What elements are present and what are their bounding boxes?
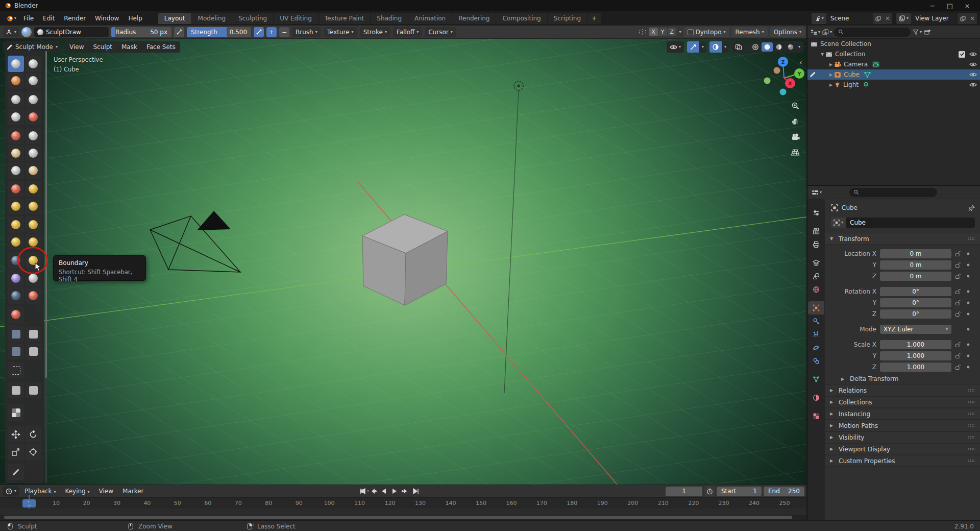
menu-edit[interactable]: Edit — [38, 13, 59, 23]
tool-crease[interactable] — [8, 128, 24, 144]
zoom-tool-icon[interactable] — [789, 99, 802, 112]
tool-mask[interactable] — [8, 287, 24, 304]
tool-clay-thumb[interactable] — [8, 91, 24, 108]
strength-pressure-toggle[interactable] — [254, 27, 264, 37]
new-scene-icon[interactable] — [873, 13, 883, 24]
collapse-sidebar-icon[interactable]: ‹ — [799, 58, 802, 66]
view-layer-name[interactable]: View Layer — [911, 13, 958, 24]
workspace-tab-uv-editing[interactable]: UV Editing — [274, 13, 318, 24]
transform-panel-header[interactable]: ▼ Transform — [825, 233, 980, 245]
lock-icon[interactable] — [951, 273, 965, 279]
tool-simplify[interactable] — [25, 270, 41, 286]
radius-pressure-toggle[interactable] — [174, 27, 184, 37]
tool-draw-sharp[interactable] — [25, 56, 41, 72]
properties-tab-scene[interactable] — [808, 270, 824, 283]
active-tool-dropdown[interactable]: ▾ — [3, 27, 19, 37]
camera-view-icon[interactable] — [789, 130, 802, 143]
properties-tab-particles[interactable] — [808, 328, 824, 341]
view-layer-selector[interactable]: ▾ View Layer × — [896, 13, 977, 24]
expand-arrow[interactable]: ▶ — [828, 73, 834, 77]
visibility-eye-icon[interactable] — [969, 82, 977, 87]
outliner-row-scene-collection[interactable]: Scene Collection — [807, 39, 980, 49]
workspace-tab-shading[interactable]: Shading — [371, 13, 408, 24]
tool-scrape[interactable] — [8, 162, 24, 179]
lock-icon[interactable] — [951, 300, 965, 306]
properties-tab-render[interactable] — [808, 225, 824, 238]
animate-dot[interactable] — [965, 263, 972, 267]
tool-smooth[interactable] — [25, 128, 41, 144]
shading-material-icon[interactable] — [773, 42, 785, 52]
texture-dropdown[interactable]: Texture▾ — [324, 27, 357, 37]
workspace-tab-modeling[interactable]: Modeling — [192, 13, 232, 24]
play-reverse-button[interactable] — [379, 487, 388, 496]
lock-icon[interactable] — [951, 342, 965, 348]
add-workspace-button[interactable]: + — [587, 13, 601, 24]
tool-rotate-tool[interactable] — [25, 426, 41, 443]
outliner-search-input[interactable] — [834, 28, 911, 37]
shading-solid-icon[interactable] — [762, 42, 773, 52]
tool-pinch[interactable] — [8, 181, 24, 197]
property-value-z[interactable]: 0° — [880, 309, 951, 319]
tool-layer[interactable] — [25, 91, 41, 108]
tool-clay-strips[interactable] — [25, 73, 41, 89]
menu-window[interactable]: Window — [90, 13, 124, 23]
panel-custom-properties[interactable]: ▶Custom Properties — [825, 455, 980, 467]
animate-dot[interactable] — [965, 343, 972, 346]
visibility-eye-icon[interactable] — [969, 62, 977, 67]
filter-id-dropdown[interactable]: ▾ — [822, 29, 832, 35]
3d-viewport[interactable]: Z Y X ‹ Sculpt Mode ▾ ViewSculptMaskFace… — [0, 39, 806, 485]
stroke-dropdown[interactable]: Stroke▾ — [360, 27, 390, 37]
workspace-tab-animation[interactable]: Animation — [408, 13, 452, 24]
viewport-menu-view[interactable]: View — [65, 41, 88, 53]
shading-rendered-icon[interactable] — [785, 42, 796, 52]
app-menu-button[interactable]: ▾ — [3, 14, 19, 23]
animate-dot[interactable] — [965, 354, 972, 357]
animate-dot[interactable] — [965, 301, 972, 304]
workspace-tab-compositing[interactable]: Compositing — [496, 13, 547, 24]
outliner-row-camera[interactable]: ▶Camera — [807, 59, 980, 69]
outliner-row-cube[interactable]: ▶Cube — [807, 69, 980, 80]
menu-render[interactable]: Render — [59, 13, 90, 23]
viewport-menu-sculpt[interactable]: Sculpt — [89, 41, 117, 53]
new-collection-button[interactable] — [924, 29, 930, 35]
start-frame-field[interactable]: Start1 — [717, 487, 762, 496]
properties-search-input[interactable] — [849, 188, 937, 197]
workspace-tab-scripting[interactable]: Scripting — [548, 13, 587, 24]
object-data-dropdown[interactable]: ▾ — [831, 218, 846, 228]
timeline-ruler[interactable]: 1 10203040506070809010011012013014015016… — [0, 497, 806, 509]
properties-tab-texture[interactable] — [808, 409, 824, 423]
end-frame-field[interactable]: End250 — [764, 487, 804, 496]
tool-line-project[interactable] — [8, 362, 24, 378]
panel-visibility[interactable]: ▶Visibility — [825, 431, 980, 443]
properties-tab-object[interactable] — [808, 301, 824, 315]
object-name-input[interactable]: Cube — [846, 218, 975, 228]
tool-snake-hook[interactable] — [25, 198, 41, 214]
timeline-menu-keying[interactable]: Keying ▾ — [60, 486, 94, 496]
prev-keyframe-button[interactable] — [368, 487, 378, 496]
panel-grip-icon[interactable] — [968, 237, 975, 240]
lock-icon[interactable] — [951, 262, 965, 268]
expand-arrow[interactable]: ▶ — [828, 62, 834, 67]
overlays-toggle[interactable]: ▾ — [709, 41, 729, 53]
pin-icon[interactable] — [968, 205, 975, 211]
property-value-y[interactable]: 0 m — [880, 260, 951, 270]
properties-tab-material[interactable] — [808, 391, 824, 404]
outliner-row-collection[interactable]: ▼Collection — [807, 49, 980, 59]
menu-file[interactable]: File — [19, 13, 38, 23]
properties-editor-dropdown[interactable]: ▾ — [812, 189, 822, 196]
lock-icon[interactable] — [951, 311, 965, 317]
tool-rotate[interactable] — [25, 234, 41, 250]
strength-slider[interactable]: Strength 0.500 — [187, 27, 251, 37]
property-value-y[interactable]: 1.000 — [880, 351, 951, 360]
tool-mesh-filter[interactable] — [8, 382, 24, 398]
editor-type-dropdown[interactable]: ▾ — [3, 486, 19, 496]
viewport-menu-face-sets[interactable]: Face Sets — [142, 41, 180, 53]
visibility-eye-icon[interactable] — [969, 52, 977, 57]
minimize-button[interactable]: − — [924, 0, 941, 11]
scene-name[interactable]: Scene — [826, 13, 873, 24]
expand-arrow[interactable]: ▶ — [828, 83, 834, 87]
mirror-z-toggle[interactable]: Z — [668, 28, 676, 36]
lock-icon[interactable] — [951, 251, 965, 257]
timeline-menu-view[interactable]: View — [94, 486, 118, 496]
property-value-location-x[interactable]: 0 m — [880, 249, 951, 258]
